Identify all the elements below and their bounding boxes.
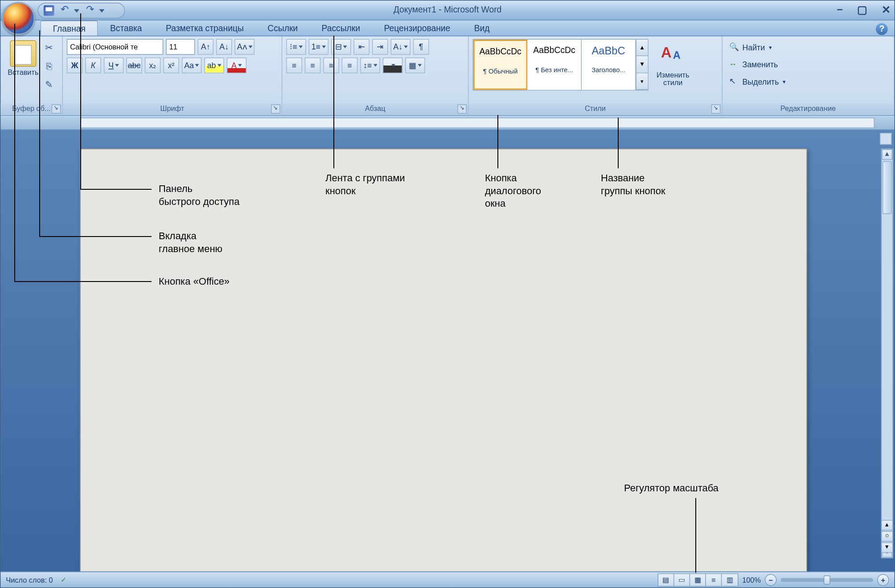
- paste-button[interactable]: Вставить: [4, 40, 41, 76]
- close-button[interactable]: ✕: [882, 3, 890, 16]
- styles-expand-icon[interactable]: ▾: [636, 73, 648, 90]
- group-paragraph: ⁝≡ 1≡ ⊟ ⇤ ⇥ A↓ ¶ ≡ ≡ ≡ ≡ ↕≡ ▦ Абзац: [282, 37, 468, 115]
- maximize-button[interactable]: ▢: [857, 3, 867, 16]
- vertical-scrollbar[interactable]: ▲ ▼: [881, 149, 893, 558]
- zoom-level[interactable]: 100%: [742, 576, 761, 584]
- copy-icon[interactable]: ⎘: [41, 59, 56, 74]
- underline-button[interactable]: Ч: [104, 57, 123, 74]
- undo-dropdown-icon[interactable]: [74, 9, 79, 12]
- replace-button[interactable]: ↔ Заменить: [729, 56, 890, 74]
- numbering-button[interactable]: 1≡: [309, 39, 328, 55]
- styles-row-down-icon[interactable]: ▼: [636, 57, 648, 74]
- dialog-launcher-styles[interactable]: [711, 104, 721, 114]
- clear-format-button[interactable]: Aʌ: [234, 39, 254, 55]
- align-center-button[interactable]: ≡: [305, 57, 321, 74]
- print-layout-view-icon[interactable]: ▤: [658, 574, 674, 586]
- next-page-icon[interactable]: ▾: [881, 543, 893, 553]
- zoom-knob[interactable]: [824, 575, 830, 584]
- document-workspace: ▲ ▼ ▴ ○ ▾: [0, 130, 894, 572]
- zoom-slider[interactable]: [780, 578, 873, 582]
- undo-icon[interactable]: [61, 5, 71, 16]
- save-icon[interactable]: [44, 5, 54, 16]
- paste-label: Вставить: [4, 68, 41, 76]
- tab-home[interactable]: Главная: [40, 20, 98, 36]
- outline-view-icon[interactable]: ≡: [706, 574, 722, 586]
- indent-decrease-button[interactable]: ⇤: [353, 39, 369, 55]
- change-styles-icon: [660, 44, 686, 68]
- change-styles-button[interactable]: Изменить стили: [649, 39, 698, 103]
- binoculars-icon: 🔍: [729, 42, 740, 53]
- show-marks-button[interactable]: ¶: [413, 39, 429, 55]
- group-label-styles: Стили: [468, 103, 722, 114]
- align-left-button[interactable]: ≡: [286, 57, 302, 74]
- tab-review[interactable]: Рецензирование: [372, 20, 462, 36]
- cut-icon[interactable]: ✂: [41, 40, 56, 55]
- font-color-button[interactable]: A: [227, 57, 246, 74]
- subscript-button[interactable]: x₂: [145, 57, 161, 74]
- format-painter-icon[interactable]: ✎: [41, 78, 56, 92]
- change-case-button[interactable]: Aa: [182, 57, 201, 74]
- document-page[interactable]: [80, 149, 807, 572]
- superscript-button[interactable]: x²: [163, 57, 179, 74]
- draft-view-icon[interactable]: ▥: [722, 574, 738, 586]
- styles-row-up-icon[interactable]: ▲: [636, 40, 648, 57]
- zoom-in-button[interactable]: +: [877, 574, 889, 586]
- full-screen-view-icon[interactable]: ▭: [674, 574, 690, 586]
- style-heading[interactable]: AaBbC Заголово...: [582, 40, 636, 90]
- grow-font-button[interactable]: A↑: [197, 39, 213, 55]
- web-layout-view-icon[interactable]: ▦: [690, 574, 706, 586]
- annotation-dialog: Кнопка диалогового окна: [485, 172, 541, 210]
- align-right-button[interactable]: ≡: [323, 57, 339, 74]
- annotation-ribbon: Лента с группами кнопок: [325, 172, 405, 197]
- annotation-tab: Вкладка главное меню: [159, 230, 222, 255]
- prev-page-icon[interactable]: ▴: [881, 520, 893, 531]
- group-editing: 🔍 Найти▾ ↔ Заменить ↖ Выделить▾ Редактир…: [723, 37, 895, 115]
- dialog-launcher-font[interactable]: [271, 104, 280, 114]
- window-title: Документ1 - Microsoft Word: [394, 4, 502, 14]
- word-count[interactable]: Число слов: 0: [6, 576, 53, 584]
- ruler-toggle-button[interactable]: [880, 133, 892, 145]
- office-button[interactable]: [2, 2, 35, 35]
- highlight-button[interactable]: ab: [204, 57, 224, 74]
- tab-view[interactable]: Вид: [462, 20, 501, 36]
- line-spacing-button[interactable]: ↕≡: [360, 57, 380, 74]
- group-label-paragraph: Абзац: [282, 103, 468, 114]
- ribbon: Вставить ✂ ⎘ ✎ Буфер об... A↑ A↓ Aʌ Ж К: [0, 37, 894, 116]
- font-name-input[interactable]: [67, 39, 164, 55]
- select-button[interactable]: ↖ Выделить▾: [729, 74, 890, 91]
- bullets-button[interactable]: ⁝≡: [286, 39, 306, 55]
- annotation-office: Кнопка «Office»: [159, 275, 230, 288]
- redo-icon[interactable]: [86, 5, 97, 16]
- strike-button[interactable]: abc: [126, 57, 142, 74]
- minimize-button[interactable]: –: [837, 3, 843, 16]
- quick-access-toolbar: [38, 3, 125, 19]
- tab-page-layout[interactable]: Разметка страницы: [154, 20, 255, 36]
- tab-mailings[interactable]: Рассылки: [310, 20, 372, 36]
- zoom-out-button[interactable]: −: [765, 574, 777, 586]
- qat-customize-icon[interactable]: [99, 9, 104, 12]
- proofing-icon[interactable]: ✓: [61, 576, 66, 584]
- dialog-launcher-clipboard[interactable]: [52, 104, 61, 114]
- italic-button[interactable]: К: [85, 57, 101, 74]
- justify-button[interactable]: ≡: [342, 57, 358, 74]
- select-browse-icon[interactable]: ○: [881, 531, 893, 542]
- shading-button[interactable]: [383, 57, 402, 74]
- find-button[interactable]: 🔍 Найти▾: [729, 39, 890, 56]
- shrink-font-button[interactable]: A↓: [216, 39, 232, 55]
- style-normal[interactable]: AaBbCcDc ¶ Обычный: [473, 40, 528, 90]
- tab-references[interactable]: Ссылки: [256, 20, 310, 36]
- help-icon[interactable]: ?: [876, 23, 888, 35]
- style-no-spacing[interactable]: AaBbCcDc ¶ Без инте...: [527, 40, 582, 90]
- font-size-input[interactable]: [166, 39, 195, 55]
- scroll-thumb[interactable]: [883, 161, 892, 214]
- browse-object-buttons: ▴ ○ ▾: [881, 519, 893, 553]
- annotation-groupname: Название группы кнопок: [601, 172, 665, 197]
- dialog-launcher-paragraph[interactable]: [457, 104, 467, 114]
- scroll-up-icon[interactable]: ▲: [882, 149, 892, 160]
- tab-insert[interactable]: Вставка: [98, 20, 154, 36]
- indent-increase-button[interactable]: ⇥: [372, 39, 388, 55]
- borders-button[interactable]: ▦: [405, 57, 425, 74]
- sort-button[interactable]: A↓: [390, 39, 410, 55]
- ruler-strip[interactable]: [80, 118, 874, 128]
- styles-gallery: AaBbCcDc ¶ Обычный AaBbCcDc ¶ Без инте..…: [472, 39, 648, 90]
